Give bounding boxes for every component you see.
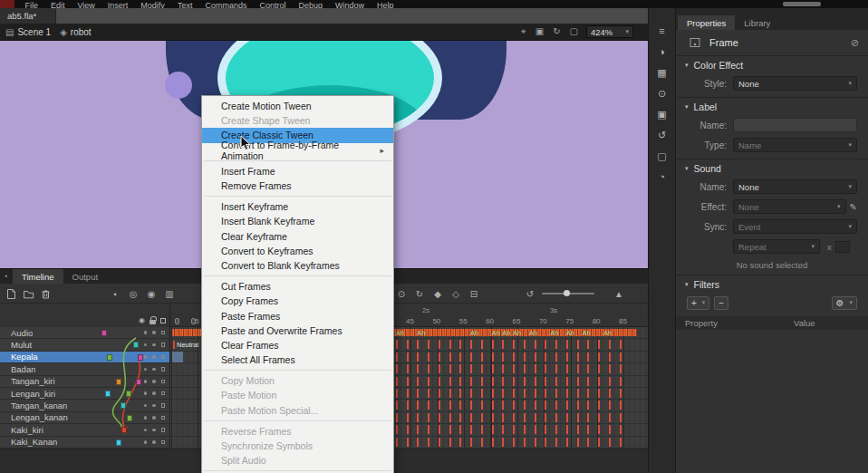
layer-name-cell[interactable]: Kaki_Kanan [0,437,170,449]
outline-swatch[interactable] [161,440,166,445]
context-menu-item[interactable]: Create Shape Tween [202,113,393,128]
context-menu-item[interactable]: Clear Frames [202,338,393,352]
lock-dot[interactable] [152,404,156,408]
context-menu-item[interactable]: Create Motion Tween [202,99,393,113]
layer-name-cell[interactable]: Tangan_kiri [0,376,170,388]
visibility-dot[interactable] [144,404,148,408]
menu-help[interactable]: Help [371,0,400,8]
style-dropdown[interactable]: None ▾ [733,76,857,91]
menu-edit[interactable]: Edit [44,0,72,8]
visibility-dot[interactable] [144,343,148,347]
context-menu-item[interactable]: Insert Frame [202,164,393,179]
outline-swatch[interactable] [161,416,166,420]
context-menu-item[interactable]: Clear Keyframe [202,229,393,244]
outline-swatch[interactable] [161,428,166,432]
insert-keyframe-icon[interactable]: ◆ [431,289,444,299]
motion-presets-panel-icon[interactable]: ◔ [654,170,670,184]
lock-dot[interactable] [152,429,156,432]
lock-dot[interactable] [152,416,156,420]
zoom-control[interactable]: 424% ▾ [586,25,633,38]
layer-name-cell[interactable]: Lengan_kiri [0,388,170,400]
section-color-effect[interactable]: ▾ Color Effect [676,56,868,73]
layer-name-cell[interactable]: Badan [0,363,170,375]
lock-dot[interactable] [152,368,156,372]
outline-swatch[interactable] [161,403,166,408]
lock-dot[interactable] [152,440,156,444]
center-playhead-icon[interactable]: ⊙ [395,289,408,299]
context-menu-item[interactable]: Cut Frames [202,279,393,294]
transform-panel-icon[interactable]: ▣ [654,108,670,121]
visibility-dot[interactable] [144,391,148,395]
outline-swatch[interactable] [161,391,166,396]
tab-library[interactable]: Library [735,15,779,30]
visibility-dot[interactable] [144,416,148,420]
section-sound[interactable]: ▾ Sound [676,159,868,177]
remove-filter-button[interactable]: − [714,296,728,310]
rotation-icon[interactable]: ↻ [553,26,560,37]
context-menu-item[interactable]: Reverse Frames [202,424,393,439]
clip-content-icon[interactable]: ▣ [535,26,544,37]
workspace-control[interactable] [783,2,821,6]
layer-name-cell[interactable]: Tangan_kanan [0,400,170,411]
reset-timeline-zoom-icon[interactable]: ↺ [524,289,536,299]
section-filters[interactable]: ▾ Filters [676,275,868,293]
color-panel-icon[interactable]: ◑ [654,45,670,59]
center-stage-icon[interactable]: ⌖ [521,26,526,37]
tab-timeline[interactable]: Timeline [13,269,63,284]
onion-skin-icon[interactable]: ◎ [127,289,140,299]
sound-sync-dropdown[interactable]: Event ▾ [733,219,857,234]
outline-swatch[interactable] [161,355,166,360]
lock-dot[interactable] [152,391,156,395]
info-panel-icon[interactable]: ⊙ [654,87,670,101]
onion-skin-start-marker[interactable] [175,318,179,324]
history-panel-icon[interactable]: ↺ [654,129,670,142]
context-menu-item[interactable]: Synchronize Symbols [202,439,393,453]
remove-frames-icon[interactable]: ⊟ [468,289,480,299]
lock-all-layers-icon[interactable] [149,320,156,324]
context-menu-item[interactable]: Paste Motion Special... [202,403,393,418]
edit-multiple-frames-icon[interactable]: ▥ [163,289,176,299]
context-menu-item[interactable]: Split Audio [202,453,393,468]
menu-control[interactable]: Control [253,0,292,8]
frame-content-preview-icon[interactable]: ▪ [109,289,121,299]
menu-window[interactable]: Window [329,0,371,8]
edit-sound-effect-icon[interactable]: ✎ [850,202,857,212]
filter-options-button[interactable]: ⚙ ▾ [832,296,857,310]
context-menu-item[interactable]: Remove Frames [202,179,393,193]
fit-to-window-icon[interactable]: ▢ [570,26,578,37]
sound-repeat-dropdown[interactable]: Repeat ▾ [733,239,820,254]
outline-swatch[interactable] [161,367,166,372]
visibility-dot[interactable] [144,368,148,372]
menu-debug[interactable]: Debug [292,0,329,8]
sound-effect-dropdown[interactable]: None ▾ [733,199,846,214]
lock-dot[interactable] [152,343,156,347]
context-menu-item[interactable]: Insert Keyframe [202,199,393,214]
visibility-dot[interactable] [144,429,148,432]
align-panel-icon[interactable]: ≡ [654,24,670,38]
lock-dot[interactable] [152,355,156,359]
swatches-panel-icon[interactable]: ▦ [654,66,670,80]
context-menu-item[interactable]: Copy Motion [202,373,393,388]
context-menu-item[interactable]: Paste Motion [202,388,393,402]
lock-dot[interactable] [152,331,156,334]
fit-frames-in-view-icon[interactable]: ▲ [612,289,625,299]
outline-swatch[interactable] [161,380,166,384]
insert-blank-keyframe-icon[interactable]: ◇ [449,289,462,299]
context-menu-item[interactable]: Convert to Blank Keyframes [202,258,393,273]
menu-view[interactable]: View [71,0,101,8]
layer-name-cell[interactable]: Lengan_kanan [0,412,170,424]
outline-all-layers-icon[interactable] [160,318,166,323]
context-menu-item[interactable]: Select All Frames [202,352,393,367]
visibility-dot[interactable] [144,331,148,334]
show-hide-all-layers-icon[interactable]: ◉ [139,317,145,324]
timeline-zoom-slider-knob[interactable] [564,290,570,296]
context-menu-item[interactable]: Paste and Overwrite Frames [202,323,393,338]
context-menu-item[interactable]: Convert to Frame-by-Frame Animation▸ [202,143,393,158]
visibility-dot[interactable] [144,380,148,383]
new-lay er-button[interactable] [5,288,17,300]
layer-name-cell[interactable]: Mulut [0,339,170,351]
tab-properties[interactable]: Properties [678,15,735,30]
layer-name-cell[interactable]: Audio [0,327,170,339]
timeline-zoom-slider[interactable] [542,293,594,294]
menu-file[interactable]: File [18,0,44,8]
